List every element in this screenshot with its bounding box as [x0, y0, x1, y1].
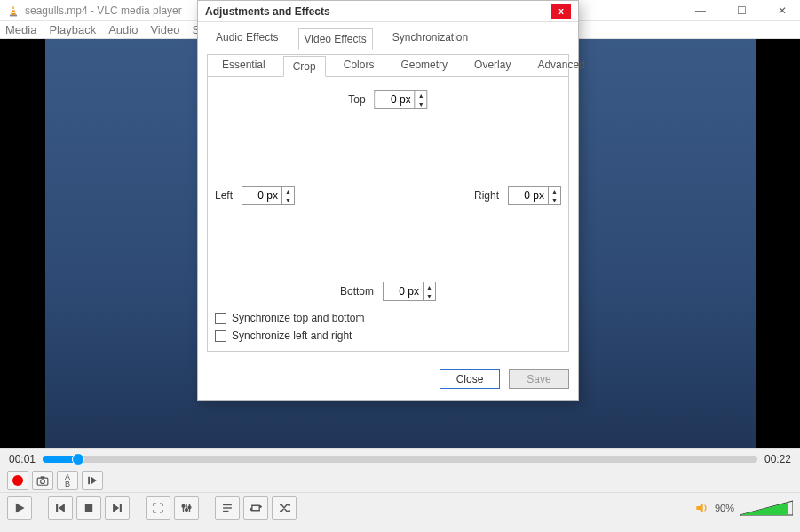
subtab-overlay[interactable]: Overlay [465, 55, 519, 76]
spinner-up-icon[interactable]: ▲ [282, 187, 294, 195]
snapshot-button[interactable] [32, 471, 53, 490]
playback-controls: 90% [0, 492, 800, 522]
extended-settings-button[interactable] [174, 496, 199, 520]
maximize-button[interactable]: ☐ [731, 4, 752, 17]
next-icon [111, 502, 123, 514]
subtab-colors[interactable]: Colors [335, 55, 384, 76]
svg-rect-12 [85, 504, 92, 511]
record-button[interactable] [7, 471, 28, 490]
svg-point-18 [182, 504, 185, 507]
window-title: seagulls.mp4 - VLC media player [25, 4, 182, 17]
frame-step-button[interactable] [82, 471, 103, 490]
svg-marker-24 [696, 503, 702, 512]
crop-top-row: Top ▲▼ [348, 90, 427, 109]
sync-tb-label: Synchronize top and bottom [232, 312, 364, 324]
shuffle-button[interactable] [272, 496, 297, 520]
seek-thumb[interactable] [72, 453, 84, 465]
crop-left-input[interactable] [242, 189, 281, 202]
svg-rect-14 [120, 504, 122, 512]
play-icon [13, 502, 26, 514]
close-icon: x [558, 6, 564, 16]
menu-video[interactable]: Video [150, 23, 179, 36]
minimize-button[interactable]: — [690, 4, 711, 17]
loop-icon [250, 502, 262, 514]
menu-audio[interactable]: Audio [108, 23, 138, 36]
spinner-down-icon[interactable]: ▼ [549, 195, 560, 204]
vlc-logo-icon [7, 4, 20, 17]
spinner-down-icon[interactable]: ▼ [424, 291, 435, 300]
loop-button[interactable] [243, 496, 268, 520]
next-button[interactable] [105, 496, 130, 520]
volume-control: 90% [695, 499, 793, 517]
tab-video-effects[interactable]: Video Effects [298, 28, 373, 50]
dialog-close-action[interactable]: Close [440, 369, 500, 389]
dialog-title-bar[interactable]: Adjustments and Effects x [198, 1, 578, 22]
tab-synchronization[interactable]: Synchronization [387, 28, 473, 49]
svg-rect-3 [10, 14, 17, 16]
previous-button[interactable] [48, 496, 73, 520]
subtab-crop[interactable]: Crop [283, 56, 326, 77]
adjustments-effects-dialog: Adjustments and Effects x Audio Effects … [197, 0, 579, 401]
window-close-button[interactable]: ✕ [772, 4, 793, 17]
dialog-close-button[interactable]: x [551, 4, 571, 19]
svg-marker-0 [11, 5, 16, 15]
crop-top-spinner[interactable]: ▲▼ [375, 90, 428, 109]
crop-grid: Top ▲▼ Left ▲▼ Right [215, 84, 561, 306]
play-button[interactable] [7, 496, 32, 520]
crop-bottom-spinner[interactable]: ▲▼ [383, 282, 436, 301]
sync-lr-checkbox[interactable] [215, 330, 226, 342]
crop-top-label: Top [348, 93, 365, 106]
fullscreen-icon [152, 502, 164, 514]
playlist-icon [221, 502, 234, 514]
sync-tb-checkbox[interactable] [215, 313, 226, 324]
equalizer-icon [180, 502, 193, 514]
spinner-up-icon[interactable]: ▲ [424, 282, 435, 291]
crop-left-row: Left ▲▼ [215, 186, 295, 205]
menu-playback[interactable]: Playback [49, 23, 96, 36]
crop-bottom-label: Bottom [340, 285, 374, 298]
spinner-up-icon[interactable]: ▲ [549, 187, 560, 195]
sync-left-right-row[interactable]: Synchronize left and right [215, 330, 561, 342]
crop-top-input[interactable] [376, 93, 415, 106]
sync-top-bottom-row[interactable]: Synchronize top and bottom [215, 312, 561, 324]
sync-lr-label: Synchronize left and right [232, 330, 352, 342]
crop-right-input[interactable] [509, 189, 548, 202]
frame-step-icon [87, 475, 98, 486]
subtab-geometry[interactable]: Geometry [392, 55, 456, 76]
video-effects-panel: Essential Crop Colors Geometry Overlay A… [207, 54, 569, 352]
dialog-save-action[interactable]: Save [509, 369, 569, 389]
spinner-up-icon[interactable]: ▲ [416, 91, 427, 99]
tab-audio-effects[interactable]: Audio Effects [210, 28, 284, 49]
crop-right-row: Right ▲▼ [474, 186, 561, 205]
svg-marker-13 [113, 504, 119, 512]
spinner-down-icon[interactable]: ▼ [416, 99, 427, 108]
subtab-essential[interactable]: Essential [213, 55, 274, 76]
time-elapsed: 00:01 [9, 453, 36, 465]
svg-marker-8 [91, 477, 97, 484]
svg-marker-9 [16, 503, 25, 512]
volume-icon[interactable] [695, 502, 709, 514]
crop-right-spinner[interactable]: ▲▼ [508, 186, 561, 205]
svg-rect-6 [41, 476, 45, 478]
svg-rect-10 [56, 504, 58, 512]
record-toolbar: AB [0, 469, 800, 492]
dialog-body: Audio Effects Video Effects Synchronizat… [198, 22, 578, 359]
crop-left-spinner[interactable]: ▲▼ [242, 186, 295, 205]
svg-marker-11 [59, 504, 65, 512]
crop-left-label: Left [215, 189, 233, 202]
fullscreen-button[interactable] [146, 496, 170, 520]
volume-slider[interactable] [740, 499, 793, 517]
seek-track[interactable] [43, 456, 757, 463]
spinner-down-icon[interactable]: ▼ [282, 195, 294, 204]
crop-bottom-input[interactable] [384, 285, 423, 298]
shuffle-icon [278, 502, 290, 514]
menu-media[interactable]: Media [5, 23, 36, 36]
seek-bar-row: 00:01 00:22 [0, 448, 800, 469]
subtab-advanced[interactable]: Advanced [528, 55, 593, 76]
svg-point-19 [186, 508, 188, 511]
atob-loop-button[interactable]: AB [57, 471, 78, 490]
playlist-button[interactable] [215, 496, 240, 520]
crop-bottom-row: Bottom ▲▼ [340, 282, 436, 301]
record-icon [12, 475, 23, 486]
stop-button[interactable] [76, 496, 101, 520]
